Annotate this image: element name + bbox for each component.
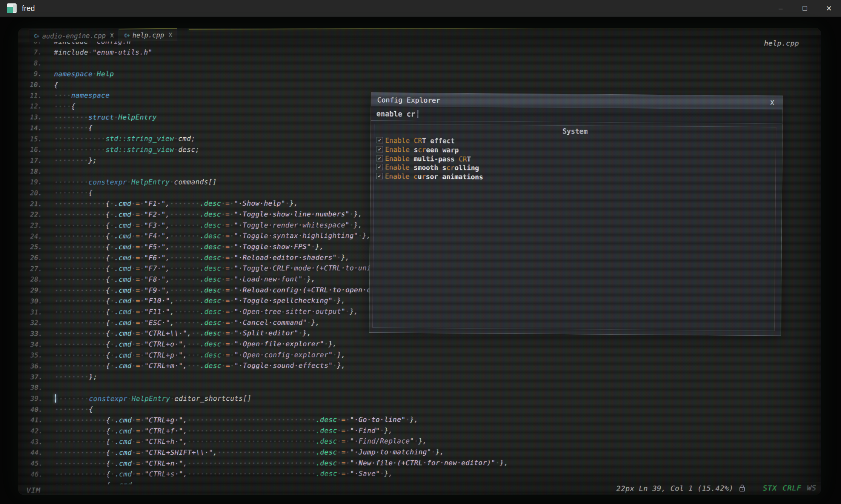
crt-screen: 6.#include·"config.h"7.#include·"enum-ut… [18,28,821,495]
line-number: 25. [18,243,42,251]
code-line[interactable]: 43.············{·.cmd·=·"CTRL+h·",······… [19,435,508,447]
window-title: fred [22,4,35,13]
checkbox-icon[interactable]: ✓ [377,155,383,161]
code-text: ············std::string_view·cmd; [42,134,195,143]
code-text: ········{ [43,405,93,413]
checkbox-icon[interactable]: ✓ [377,146,383,152]
config-option-label: Enable screen warp [385,145,459,154]
code-text: ············{·.cmd·=·"F4·",·······.desc·… [42,232,371,240]
config-option-label: Enable smooth scrolling [385,163,479,172]
code-text: ········struct·HelpEntry [42,113,157,121]
line-number: 12. [18,103,42,110]
status-flag-STX: STX [763,484,777,492]
code-line[interactable]: 40.········{ [19,403,508,415]
status-flag-CRLF: CRLF [783,484,801,492]
code-line[interactable]: 37.········}; [19,370,508,382]
line-number: 39. [19,395,43,402]
line-number: 35. [19,352,43,359]
code-text: ············{·.cmd·=·"CTRL+s·",·········… [43,470,393,478]
code-text: ············{·.cmd·=·"F11·",······.desc·… [43,307,358,316]
line-number: 23. [18,221,42,229]
code-line[interactable]: 45.············{·.cmd·=·"CTRL+n·",······… [19,457,508,469]
cursor-position-info: 22px Ln 39, Col 1 (15.42%) [617,484,733,493]
maximize-button[interactable]: □ [793,0,817,17]
code-line[interactable]: 46.············{·.cmd·=·"CTRL+s·",······… [19,468,508,479]
config-explorer-popup: Config Explorer X enable cr System ✓Enab… [369,92,783,336]
code-text: { [42,81,58,89]
config-options-panel: System ✓Enable CRT effect✓Enable screen … [372,124,776,331]
line-number: 38. [19,384,43,392]
code-text: ············{·.cmd·=·"CTRL+h·",·········… [43,437,427,446]
code-line[interactable]: 9.namespace·Help [18,68,507,79]
status-bar: VIM 22px Ln 39, Col 1 (15.42%) STXCRLFWS [18,482,821,495]
code-text: ············{·.cmd·=·"F9·",·······.desc·… [42,286,414,294]
tab-audio-engine.cpp[interactable]: C+audio-engine.cppX [29,29,119,42]
code-text: ············{·.cmd·=·"F8·",·······.desc·… [42,275,315,284]
code-line[interactable]: 42.············{·.cmd·=·"CTRL+f·",······… [19,424,508,436]
checkbox-icon[interactable]: ✓ [377,137,383,143]
minimize-button[interactable]: – [769,0,793,17]
code-text: ····{ [42,102,75,110]
code-text: #include·"enum-utils.h" [42,48,152,56]
code-line[interactable]: 39.········constexpr·HelpEntry·editor_sh… [19,392,508,404]
checkbox-icon[interactable]: ✓ [376,164,383,171]
code-text: ········constexpr·HelpEntry·editor_short… [43,394,252,403]
line-number: 19. [18,178,42,186]
code-text: ············std::string_view·desc; [42,145,200,154]
editor-mode-indicator: VIM [26,486,40,494]
code-line[interactable]: 38. [19,381,508,393]
line-number: 24. [18,232,42,240]
cpp-file-icon: C+ [124,32,129,38]
code-line[interactable]: 36.············{·.cmd·=·"CTRL+m·",···.de… [19,360,508,371]
close-button[interactable]: ✕ [817,0,841,17]
config-search-input[interactable]: enable cr [371,106,782,124]
code-text: ············{·.cmd·=·"CTRL+f·",·········… [43,426,393,435]
line-number: 45. [19,459,43,467]
filename-badge: help.cpp [764,39,799,47]
code-text: ············{·.cmd·=·"ESC·",······.desc·… [43,318,320,327]
status-flag-WS: WS [807,484,816,492]
code-line[interactable]: 35.············{·.cmd·=·"CTRL+p·",···.de… [19,349,508,361]
config-option-label: Enable multi-pass CRT [385,154,471,163]
code-text: ············{·.cmd·=·"CTRL+g·",·········… [43,415,418,424]
line-number: 16. [18,146,42,153]
code-text: ····namespace [42,91,109,99]
code-text: ············{·.cmd·=·"F10·",······.desc·… [42,297,345,305]
tab-close-icon[interactable]: X [110,32,114,39]
code-line[interactable]: 34.············{·.cmd·=·"CTRL+o·",···.de… [19,338,508,350]
line-number: 8. [18,59,42,67]
popup-close-button[interactable]: X [768,98,776,107]
code-text: ········}; [43,373,97,381]
line-number: 11. [18,92,42,99]
line-number: 20. [18,189,42,197]
config-section-header: System [374,126,776,137]
code-text: ············{·.cmd·=·"F1·",·······.desc·… [42,199,298,207]
line-number: 44. [19,449,43,456]
checkbox-icon[interactable]: ✓ [376,173,383,179]
config-option-label: Enable CRT effect [385,137,455,145]
code-text: ············{·.cmd·=·"CTRL+\\·",··.desc·… [43,329,311,337]
code-text: ············{·.cmd·=·"F5·",·······.desc·… [42,243,324,251]
config-search-value: enable cr [376,109,415,118]
line-number: 34. [19,341,43,348]
line-number: 42. [19,427,43,435]
window-controls: – □ ✕ [769,0,841,17]
line-number: 43. [19,438,43,446]
code-line[interactable]: 8. [18,57,507,68]
line-number: 26. [18,254,42,261]
code-line[interactable]: 7.#include·"enum-utils.h" [18,46,507,57]
line-number: 33. [19,330,43,337]
popup-title: Config Explorer [377,96,440,104]
code-text: ········}; [42,156,97,164]
code-line[interactable]: 44.············{·.cmd·=·"CTRL+SHIFT+\\·"… [19,446,508,458]
tab-close-icon[interactable]: X [169,32,172,38]
tab-help.cpp[interactable]: C+help.cppX [119,28,177,41]
code-text: ············{·.cmd·=·"CTRL+n·",·········… [43,458,508,467]
code-text: ············{·.cmd·=·"F7·",·······.desc·… [42,264,401,273]
code-line[interactable]: 41.············{·.cmd·=·"CTRL+g·",······… [19,414,508,426]
app-icon [7,3,17,13]
code-line[interactable]: 10.{ [18,78,507,90]
os-titlebar: fred – □ ✕ [0,0,841,17]
line-number: 27. [18,265,42,272]
code-text: ············{·.cmd·=·"F3·",·······.desc·… [42,221,362,229]
